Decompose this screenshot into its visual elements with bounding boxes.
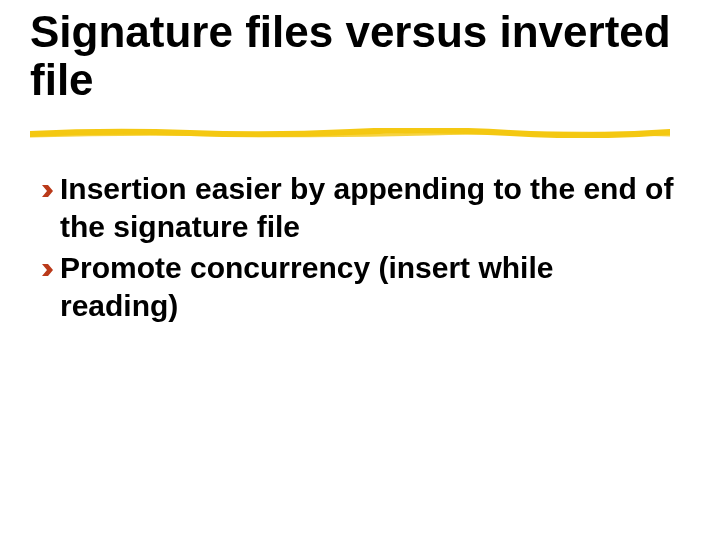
bullet-icon (40, 249, 60, 285)
bullet-text: Insertion easier by appending to the end… (60, 170, 680, 245)
slide: Signature files versus inverted file Ins… (0, 0, 720, 540)
bullet-text: Promote concurrency (insert while readin… (60, 249, 680, 324)
bullet-icon (40, 170, 60, 206)
list-item: Insertion easier by appending to the end… (40, 170, 680, 245)
body-block: Insertion easier by appending to the end… (40, 170, 680, 328)
slide-title: Signature files versus inverted file (30, 8, 690, 103)
title-block: Signature files versus inverted file (30, 8, 690, 103)
list-item: Promote concurrency (insert while readin… (40, 249, 680, 324)
title-underline (30, 128, 670, 138)
